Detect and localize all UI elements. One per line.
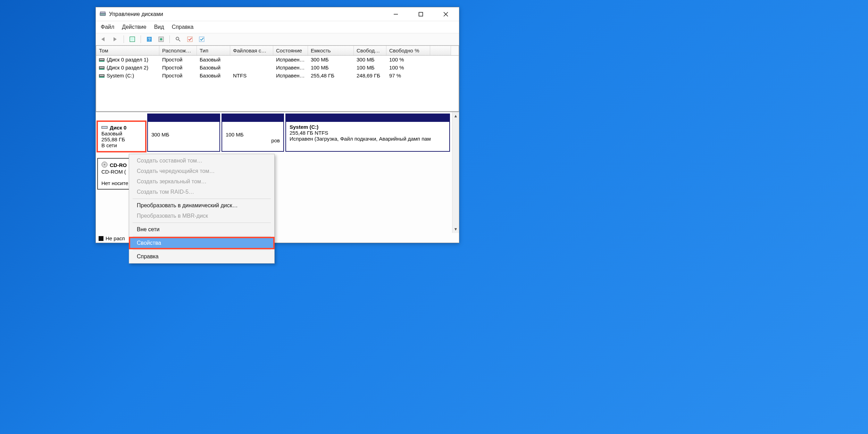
partition[interactable]: System (C:) 255,48 ГБ NTFS Исправен (Заг… xyxy=(285,121,450,152)
partition-title: System (C:) xyxy=(290,124,446,130)
partition-size: 100 МБ xyxy=(226,132,280,137)
ctx-separator xyxy=(133,223,271,223)
legend: Не расп xyxy=(99,235,125,241)
cell-pct: 97 % xyxy=(386,72,430,79)
cell-layout: Простой xyxy=(159,56,197,63)
svg-rect-13 xyxy=(187,37,192,42)
menu-action[interactable]: Действие xyxy=(121,23,147,31)
cell-status: Исправен… xyxy=(273,72,308,79)
svg-text:?: ? xyxy=(148,37,151,42)
close-button[interactable] xyxy=(438,9,453,19)
ctx-properties[interactable]: Свойства xyxy=(130,238,274,248)
partition-status: Исправен (Загрузка, Файл подкачки, Авари… xyxy=(290,136,446,142)
cell-free: 248,69 ГБ xyxy=(354,72,386,79)
context-menu: Создать составной том… Создать чередующи… xyxy=(129,154,275,264)
volume-listview[interactable]: Том Располож… Тип Файловая с… Состояние … xyxy=(96,45,459,111)
volume-icon xyxy=(99,58,105,62)
svg-rect-7 xyxy=(131,38,134,41)
col-status[interactable]: Состояние xyxy=(273,46,308,55)
partition[interactable]: 100 МБ ров xyxy=(222,121,284,152)
menubar: Файл Действие Вид Справка xyxy=(96,21,459,33)
col-freepct[interactable]: Свободно % xyxy=(386,46,430,55)
ctx-new-mirrored[interactable]: Создать зеркальный том… xyxy=(130,176,274,187)
col-layout[interactable]: Располож… xyxy=(159,46,197,55)
menu-view[interactable]: Вид xyxy=(153,23,165,31)
volume-name: System (C:) xyxy=(107,73,134,78)
settings-icon[interactable] xyxy=(156,35,166,44)
check1-icon[interactable] xyxy=(185,35,195,44)
volume-name: (Диск 0 раздел 2) xyxy=(107,65,148,70)
back-icon[interactable] xyxy=(99,35,108,44)
list-item[interactable]: (Диск 0 раздел 1) Простой Базовый Исправ… xyxy=(96,56,459,64)
col-capacity[interactable]: Емкость xyxy=(308,46,354,55)
ctx-offline[interactable]: Вне сети xyxy=(130,224,274,235)
cell-type: Базовый xyxy=(197,64,230,71)
svg-line-12 xyxy=(178,40,180,41)
cell-capacity: 255,48 ГБ xyxy=(308,72,354,79)
col-volume[interactable]: Том xyxy=(96,46,159,55)
col-type[interactable]: Тип xyxy=(197,46,230,55)
col-fs[interactable]: Файловая с… xyxy=(230,46,273,55)
ctx-convert-dynamic[interactable]: Преобразовать в динамический диск… xyxy=(130,200,274,211)
cell-fs: NTFS xyxy=(230,72,273,79)
minimize-button[interactable] xyxy=(388,9,403,19)
listview-body: (Диск 0 раздел 1) Простой Базовый Исправ… xyxy=(96,56,459,111)
ctx-new-spanned[interactable]: Создать составной том… xyxy=(130,156,274,166)
menu-help[interactable]: Справка xyxy=(171,23,194,31)
col-free[interactable]: Свобод… xyxy=(354,46,386,55)
ctx-help[interactable]: Справка xyxy=(130,251,274,262)
cell-type: Базовый xyxy=(197,72,230,79)
svg-rect-1 xyxy=(100,12,105,13)
svg-rect-3 xyxy=(419,12,423,16)
cell-pct: 100 % xyxy=(386,56,430,63)
cell-layout: Простой xyxy=(159,72,197,79)
menu-file[interactable]: Файл xyxy=(100,23,115,31)
partition-size: 300 МБ xyxy=(151,132,216,137)
disk0-status: В сети xyxy=(101,142,142,148)
partition[interactable]: 300 МБ xyxy=(147,121,220,152)
legend-swatch xyxy=(99,236,103,241)
ctx-separator xyxy=(133,199,271,199)
col-extra[interactable] xyxy=(430,46,451,55)
disk0-type: Базовый xyxy=(101,131,142,136)
vertical-scrollbar[interactable]: ▲ ▼ xyxy=(452,112,459,233)
cell-free: 300 МБ xyxy=(354,56,386,63)
app-icon xyxy=(99,11,106,18)
maximize-button[interactable] xyxy=(413,9,428,19)
ctx-separator xyxy=(133,250,271,250)
list-item[interactable]: System (C:) Простой Базовый NTFS Исправе… xyxy=(96,72,459,80)
disk0-header[interactable]: Диск 0 Базовый 255,88 ГБ В сети xyxy=(97,121,146,152)
cell-type: Базовый xyxy=(197,56,230,63)
ctx-separator xyxy=(133,236,271,236)
disk0-size: 255,88 ГБ xyxy=(101,136,142,142)
volume-icon xyxy=(99,74,105,78)
ctx-new-raid5[interactable]: Создать том RAID-5… xyxy=(130,187,274,197)
disk-icon xyxy=(101,125,108,131)
scroll-down-icon[interactable]: ▼ xyxy=(452,225,459,233)
help-icon[interactable]: ? xyxy=(144,35,154,44)
svg-point-18 xyxy=(104,164,105,165)
scroll-up-icon[interactable]: ▲ xyxy=(452,112,459,120)
ctx-new-striped[interactable]: Создать чередующийся том… xyxy=(130,166,274,176)
cell-pct: 100 % xyxy=(386,64,430,71)
window-controls xyxy=(388,9,456,19)
refresh-icon[interactable] xyxy=(127,35,137,44)
svg-rect-14 xyxy=(199,37,204,42)
list-item[interactable]: (Диск 0 раздел 2) Простой Базовый Исправ… xyxy=(96,64,459,72)
forward-icon[interactable] xyxy=(110,35,120,44)
titlebar[interactable]: Управление дисками xyxy=(96,7,459,21)
window-title: Управление дисками xyxy=(109,11,163,17)
find-icon[interactable] xyxy=(173,35,183,44)
cdrom-title: CD-RO xyxy=(110,162,127,168)
cell-free: 100 МБ xyxy=(354,64,386,71)
svg-point-11 xyxy=(176,37,179,40)
cell-fs xyxy=(230,64,273,71)
cdrom-icon xyxy=(101,161,108,169)
ctx-convert-mbr[interactable]: Преобразовать в MBR-диск xyxy=(130,211,274,221)
check2-icon[interactable] xyxy=(197,35,207,44)
cell-fs xyxy=(230,56,273,63)
cell-capacity: 300 МБ xyxy=(308,56,354,63)
legend-label: Не расп xyxy=(106,235,125,241)
cell-status: Исправен… xyxy=(273,64,308,71)
cell-status: Исправен… xyxy=(273,56,308,63)
